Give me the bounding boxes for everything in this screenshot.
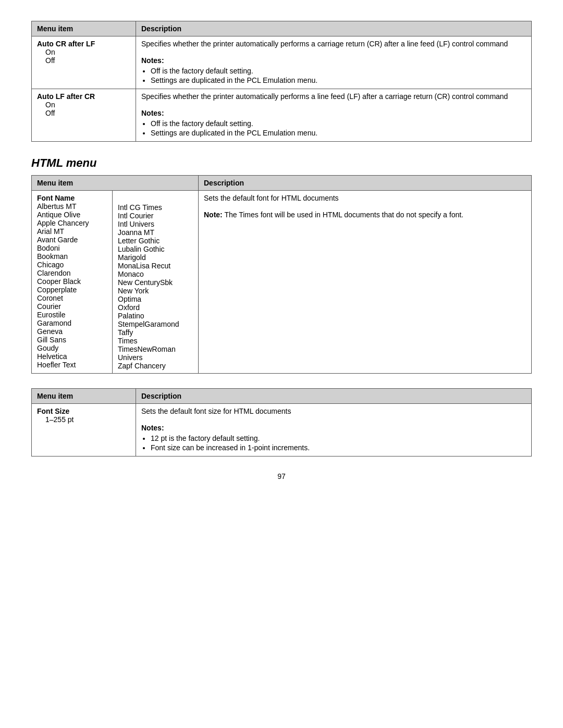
font-name-label: Font Name (37, 194, 75, 202)
font-helvetica: Helvetica (37, 352, 67, 361)
menu-item-label: Auto CR after LF (37, 40, 95, 48)
font-courier: Courier (37, 302, 61, 311)
font-size-label: Font Size (37, 407, 69, 415)
notes-label: Notes: (141, 424, 164, 432)
font-marigold: Marigold (118, 253, 146, 262)
menu-item-cell: Auto CR after LF On Off (32, 36, 136, 89)
menu-sub-on: On (37, 101, 55, 109)
fontsize-menu-cell: Font Size 1–255 pt (32, 404, 136, 456)
font-zapf: Zapf Chancery (118, 362, 166, 370)
font-description-cell: Sets the default font for HTML documents… (199, 191, 532, 374)
description-text: Specifies whether the printer automatica… (141, 40, 508, 48)
table-row: Font Size 1–255 pt Sets the default font… (32, 404, 532, 456)
fontsize-desc: Sets the default font size for HTML docu… (141, 407, 291, 415)
font-bodoni: Bodoni (37, 244, 60, 252)
font-intlunivs: Intl Univers (118, 220, 154, 228)
html-fontsize-table: Menu item Description Font Size 1–255 pt… (31, 388, 532, 456)
fontsize-description-cell: Sets the default font size for HTML docu… (136, 404, 532, 456)
postscript-col2-header: Description (136, 21, 532, 36)
menu-item-label: Auto LF after CR (37, 92, 95, 101)
font-avant: Avant Garde (37, 236, 78, 244)
font-bookman: Bookman (37, 252, 68, 261)
page-number: 97 (31, 472, 532, 480)
list-item: Settings are duplicated in the PCL Emula… (151, 76, 526, 84)
font-newcentury: New CenturySbk (118, 278, 173, 287)
fontsize-col2-header: Description (136, 389, 532, 404)
notes-label: Notes: (141, 56, 164, 65)
font-albertus: Albertus MT (37, 202, 76, 211)
font-apple: Apple Chancery (37, 219, 89, 227)
list-item: Off is the factory default setting. (151, 119, 526, 128)
font-monaco: Monaco (118, 270, 144, 278)
font-optima: Optima (118, 295, 141, 303)
font-palatino: Palatino (118, 312, 144, 320)
font-name-right-cell: Intl CG Times Intl Courier Intl Univers … (113, 191, 199, 374)
font-joanna: Joanna MT (118, 228, 154, 237)
font-oxford: Oxford (118, 303, 140, 312)
list-item: Off is the factory default setting. (151, 67, 526, 75)
font-stempel: StempelGaramond (118, 320, 179, 328)
font-name-left-cell: Font Name Albertus MT Antique Olive Appl… (32, 191, 113, 374)
font-timesnew: TimesNewRoman (118, 345, 176, 353)
font-hoefler: Hoefler Text (37, 361, 76, 369)
note-text: The Times font will be used in HTML docu… (223, 211, 463, 219)
font-size-range: 1–255 pt (37, 415, 74, 424)
font-garamond: Garamond (37, 319, 71, 327)
list-item: Settings are duplicated in the PCL Emula… (151, 129, 526, 137)
list-item: Font size can be increased in 1-point in… (151, 443, 526, 452)
menu-item-cell: Auto LF after CR On Off (32, 89, 136, 142)
description-text: Specifies whether the printer automatica… (141, 92, 508, 101)
description-cell: Specifies whether the printer automatica… (136, 36, 532, 89)
table-row: Auto LF after CR On Off Specifies whethe… (32, 89, 532, 142)
font-gill: Gill Sans (37, 336, 66, 344)
postscript-col1-header: Menu item (32, 21, 136, 36)
font-lubalin: Lubalin Gothic (118, 245, 165, 253)
font-antique: Antique Olive (37, 211, 80, 219)
font-note: Note: The Times font will be used in HTM… (204, 211, 463, 219)
menu-sub-off: Off (37, 109, 55, 117)
notes-list: Off is the factory default setting. Sett… (151, 119, 526, 137)
font-copperplate: Copperplate (37, 286, 77, 294)
description-cell: Specifies whether the printer automatica… (136, 89, 532, 142)
font-eurostile: Eurostile (37, 311, 65, 319)
font-goudy: Goudy (37, 344, 58, 352)
notes-label: Notes: (141, 109, 164, 117)
font-chicago: Chicago (37, 261, 64, 269)
menu-sub-off: Off (37, 56, 55, 65)
html-col1-header: Menu item (32, 176, 199, 191)
font-coronet: Coronet (37, 294, 63, 302)
font-intlcourier: Intl Courier (118, 212, 153, 220)
font-clarendon: Clarendon (37, 269, 71, 277)
font-geneva: Geneva (37, 327, 63, 336)
font-univers: Univers (118, 353, 142, 362)
font-taffy: Taffy (118, 328, 133, 337)
note-label: Note: (204, 211, 223, 219)
font-newyork: New York (118, 287, 149, 295)
table-row: Font Name Albertus MT Antique Olive Appl… (32, 191, 532, 374)
font-intlcg: Intl CG Times (118, 203, 162, 212)
fontsize-col1-header: Menu item (32, 389, 136, 404)
font-times: Times (118, 337, 138, 345)
font-monalisa: MonaLisa Recut (118, 262, 170, 270)
menu-sub-on: On (37, 48, 55, 56)
font-cooper: Cooper Black (37, 277, 81, 286)
list-item: 12 pt is the factory default setting. (151, 434, 526, 442)
table-row: Auto CR after LF On Off Specifies whethe… (32, 36, 532, 89)
notes-list: 12 pt is the factory default setting. Fo… (151, 434, 526, 452)
html-col2-header: Description (199, 176, 532, 191)
font-arial: Arial MT (37, 227, 64, 236)
html-font-table: Menu item Description Font Name Albertus… (31, 175, 532, 374)
notes-list: Off is the factory default setting. Sett… (151, 67, 526, 84)
postscript-table: Menu item Description Auto CR after LF O… (31, 21, 532, 142)
section-title: HTML menu (31, 156, 532, 170)
font-desc-main: Sets the default font for HTML documents (204, 194, 339, 202)
font-letter: Letter Gothic (118, 237, 160, 245)
